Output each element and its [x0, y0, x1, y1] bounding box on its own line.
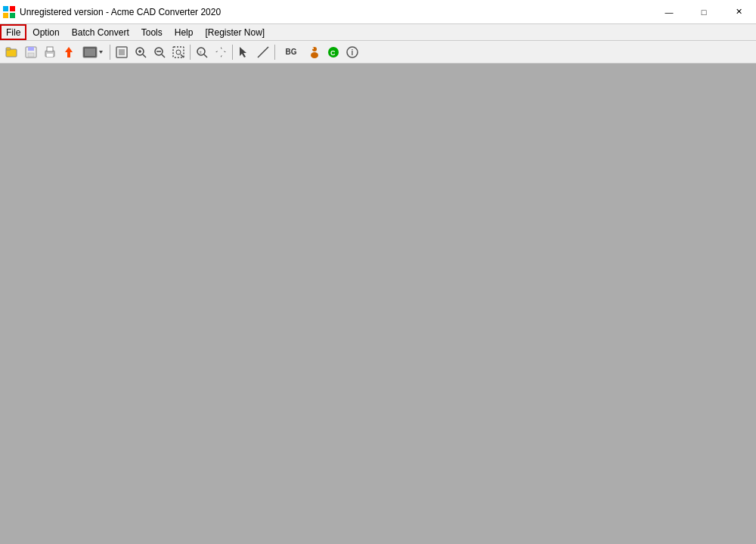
svg-rect-7 — [28, 47, 34, 51]
menu-tools[interactable]: Tools — [135, 24, 169, 40]
svg-point-40 — [312, 48, 314, 49]
save-button[interactable] — [22, 43, 40, 61]
svg-marker-32 — [221, 53, 222, 58]
svg-rect-8 — [28, 53, 34, 57]
toolbar-separator-1 — [110, 45, 110, 60]
menu-bar: File Option Batch Convert Tools Help [Re… — [0, 24, 756, 41]
zoom-out-button[interactable] — [150, 43, 169, 61]
title-left: Unregistered version - Acme CAD Converte… — [3, 6, 221, 18]
svg-rect-10 — [47, 47, 53, 51]
zoom-realtime-button[interactable]: ± — [193, 43, 211, 61]
svg-marker-34 — [222, 51, 226, 52]
info-button[interactable]: i — [343, 43, 361, 61]
layout-dropdown-button[interactable] — [79, 43, 107, 61]
svg-rect-17 — [119, 49, 125, 55]
menu-register-now[interactable]: [Register Now] — [199, 24, 271, 40]
svg-line-36 — [258, 47, 268, 58]
title-text: Unregistered version - Acme CAD Converte… — [20, 7, 221, 17]
svg-marker-12 — [65, 47, 73, 58]
toolbar-separator-4 — [274, 45, 275, 60]
print-button[interactable] — [41, 43, 59, 61]
convert-button[interactable] — [60, 43, 78, 61]
tool1-button[interactable] — [305, 43, 324, 61]
svg-text:i: i — [352, 48, 354, 57]
measure-button[interactable] — [254, 43, 272, 61]
svg-rect-0 — [3, 6, 8, 11]
svg-rect-11 — [47, 54, 53, 57]
tool2-button[interactable]: C — [324, 43, 342, 61]
svg-line-30 — [204, 54, 207, 58]
svg-marker-15 — [99, 51, 103, 54]
svg-marker-35 — [240, 47, 246, 58]
svg-text:C: C — [330, 49, 336, 57]
svg-rect-1 — [10, 6, 15, 11]
toolbar-separator-2 — [190, 45, 191, 60]
close-button[interactable]: ✕ — [721, 0, 756, 24]
svg-point-26 — [176, 50, 181, 54]
maximize-button[interactable]: □ — [686, 0, 721, 24]
svg-marker-33 — [215, 51, 220, 52]
open-folder-button[interactable] — [3, 43, 21, 61]
pan-button[interactable] — [212, 43, 230, 61]
background-button[interactable]: BG — [277, 43, 305, 61]
svg-rect-3 — [10, 13, 15, 18]
select-button[interactable] — [235, 43, 253, 61]
app-icon — [3, 6, 15, 18]
zoom-in-button[interactable] — [132, 43, 150, 61]
svg-rect-2 — [3, 13, 8, 18]
svg-marker-31 — [221, 47, 222, 51]
title-bar: Unregistered version - Acme CAD Converte… — [0, 0, 756, 24]
toolbar: ± BG — [0, 41, 756, 64]
svg-line-21 — [143, 54, 146, 58]
svg-rect-14 — [85, 48, 95, 56]
menu-option[interactable]: Option — [26, 24, 65, 40]
menu-file[interactable]: File — [0, 24, 26, 40]
svg-point-38 — [312, 47, 317, 51]
zoom-window-button[interactable] — [169, 43, 187, 61]
svg-line-24 — [162, 54, 165, 58]
toolbar-separator-3 — [232, 45, 233, 60]
window-controls: — □ ✕ — [652, 0, 756, 24]
minimize-button[interactable]: — — [652, 0, 686, 24]
svg-rect-5 — [6, 48, 11, 50]
main-canvas-area[interactable] — [0, 64, 756, 544]
svg-point-39 — [311, 52, 318, 58]
svg-text:±: ± — [200, 50, 203, 54]
menu-batch-convert[interactable]: Batch Convert — [66, 24, 135, 40]
fit-page-button[interactable] — [113, 43, 131, 61]
svg-line-37 — [258, 56, 259, 58]
menu-help[interactable]: Help — [169, 24, 200, 40]
